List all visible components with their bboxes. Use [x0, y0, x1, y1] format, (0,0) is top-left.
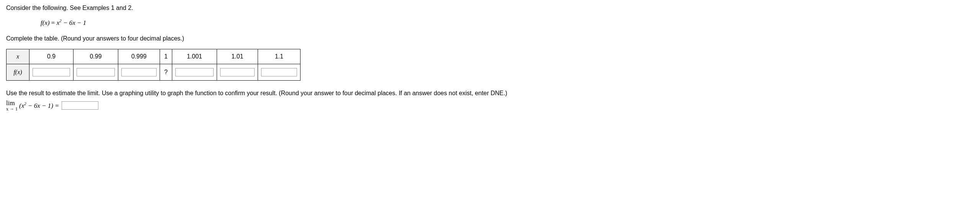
equals-sign: = — [51, 19, 57, 26]
limit-approach: x → 1 — [6, 107, 18, 111]
formula-lhs: f(x) — [41, 19, 50, 26]
fx-input-cell — [74, 64, 118, 80]
limit-body: (x2 − 6x − 1) = — [19, 101, 59, 110]
limit-answer-input[interactable] — [62, 101, 98, 110]
limit-expr-tail: − 6x − 1) = — [26, 102, 59, 109]
table-row: x 0.9 0.99 0.999 1 1.001 1.01 1.1 — [7, 49, 301, 64]
values-table: x 0.9 0.99 0.999 1 1.001 1.01 1.1 f(x) ? — [6, 49, 301, 81]
x-value: 1.01 — [217, 49, 258, 64]
x-value-center: 1 — [160, 49, 172, 64]
limit-operator: lim x → 1 — [6, 100, 18, 111]
x-value: 0.99 — [74, 49, 118, 64]
limit-expr-open: (x — [19, 102, 24, 109]
x-value: 1.001 — [172, 49, 217, 64]
fx-input[interactable] — [33, 68, 70, 76]
fx-input-cell — [118, 64, 160, 80]
table-instruction: Complete the table. (Round your answers … — [6, 35, 974, 42]
fx-input[interactable] — [220, 68, 255, 76]
formula-rhs-tail: − 6x − 1 — [62, 19, 87, 26]
fx-input-cell — [172, 64, 217, 80]
fx-input[interactable] — [121, 68, 157, 76]
problem-intro: Consider the following. See Examples 1 a… — [6, 5, 974, 11]
fx-center-unknown: ? — [160, 64, 172, 80]
fx-input-cell — [217, 64, 258, 80]
table-row: f(x) ? — [7, 64, 301, 80]
x-value: 1.1 — [258, 49, 301, 64]
fx-input[interactable] — [77, 68, 115, 76]
limit-text: lim — [6, 100, 15, 106]
limit-expression: lim x → 1 (x2 − 6x − 1) = — [6, 100, 974, 111]
fx-row-header: f(x) — [7, 64, 29, 80]
fx-input[interactable] — [175, 68, 214, 76]
fx-input-cell — [29, 64, 74, 80]
fx-input-cell — [258, 64, 301, 80]
fx-input[interactable] — [261, 68, 297, 76]
x-value: 0.9 — [29, 49, 74, 64]
estimate-instruction: Use the result to estimate the limit. Us… — [6, 90, 974, 97]
function-formula: f(x) = x2 − 6x − 1 — [41, 18, 974, 27]
x-value: 0.999 — [118, 49, 160, 64]
x-row-header: x — [7, 49, 29, 64]
